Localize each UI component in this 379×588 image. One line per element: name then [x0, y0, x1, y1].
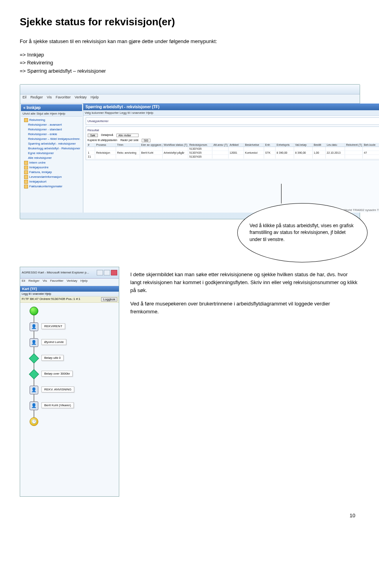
menu-favorites[interactable]: Favoritter [56, 95, 71, 102]
loggbok-button[interactable]: Loggbok [101, 297, 117, 302]
panel-toolbar: Legg til i snarveier Hjelp [20, 292, 119, 296]
grid-row[interactable]: Σ151307435 [87, 155, 379, 159]
grid-cell: 1 [87, 151, 95, 155]
grid-cell [212, 147, 229, 151]
flow-node[interactable]: 👤Berit Koht (Vikarer) [30, 401, 115, 409]
grid-cell: Berit Koht [140, 151, 163, 155]
close-icon[interactable] [111, 270, 117, 275]
grid-header[interactable]: Beh.kode [363, 143, 379, 147]
grid-header[interactable]: Prosess [95, 143, 116, 147]
window-titlebar: AGRESSO Kart - Microsoft Internet Explor… [20, 267, 119, 279]
person-icon: 👤 [30, 338, 38, 346]
grid-header[interactable]: Rekvisisjonsnr. [188, 143, 212, 147]
tree-folder[interactable]: Fakturakonteringsmaler [23, 184, 81, 189]
menu-file[interactable]: Eil [22, 279, 25, 285]
tree-item[interactable]: Alle rekvisisjoner [23, 156, 81, 160]
grid-cell: Σ1 [87, 155, 95, 158]
flow-node[interactable]: Beløp ulik 0 [30, 354, 115, 362]
page-title: Sjekke status for rekvisisjon(er) [20, 16, 359, 28]
tree-item[interactable]: Rekvisisjoner - standard [23, 127, 81, 132]
grid-header[interactable]: Eier av oppgave (T) [140, 143, 163, 147]
flow-node-label: Beløp over 3000kr [41, 371, 73, 377]
grid-cell: 22.10.2013 [326, 151, 345, 155]
grid-cell [116, 155, 140, 158]
clock-icon: 🕐 [30, 417, 38, 425]
grid-header[interactable]: Trinn [116, 143, 140, 147]
minimize-icon[interactable] [97, 270, 103, 275]
tree-item[interactable]: Rekvisisjoner – tildel innkjøpsordrenr. [23, 137, 81, 141]
grid-header[interactable]: # [87, 143, 95, 147]
screenshot-main-window: Eil Rediger Vis Favoritter Verktøy Hjelp… [20, 84, 360, 219]
tree-item[interactable]: Egne rekvisisjoner [23, 151, 81, 156]
detail-level-select[interactable]: Alle nivåer [116, 134, 139, 137]
grid-header[interactable]: Val.beløp [294, 143, 313, 147]
criteria-section-title[interactable]: Utvalgskriterier [87, 119, 379, 124]
menu-file[interactable]: Eil [23, 95, 26, 102]
rows-per-page-value[interactable]: 500 [142, 139, 150, 142]
grid-header[interactable]: Enh [264, 143, 276, 147]
explanation-p1: I dette skjermbildet kan man søke etter … [130, 271, 359, 294]
grid-header[interactable]: Bestilt [313, 143, 326, 147]
grid-cell [244, 155, 264, 158]
nav-tree: Rekvirering Rekvisisjoner - avansert Rek… [21, 117, 82, 190]
main-panel-title: Spørring arbeidsflyt - rekvisisjoner (TF… [83, 104, 379, 110]
grid-cell [326, 155, 345, 158]
menu-tools[interactable]: Verktøy [67, 279, 77, 285]
flow-node[interactable]: 👤Øyvind Lunde [30, 338, 115, 346]
menu-edit[interactable]: Rediger [28, 279, 39, 285]
explanation-p2: Ved å føre musepekeren over brukertrinne… [130, 300, 359, 316]
grid-row[interactable]: 51307435 [87, 147, 379, 151]
tree-folder[interactable]: Innkjøpsordre [23, 165, 81, 170]
grid-header[interactable]: Rekvirent (T) [345, 143, 363, 147]
grid-header-row: # Prosess Trinn Eier av oppgave (T) Work… [87, 143, 379, 147]
tree-item[interactable]: Rekvisisjoner - enkle [23, 132, 81, 137]
grid-row[interactable]: 1RekvisisjonRekv. anvisningBerit KohtArb… [87, 151, 379, 155]
grid-header[interactable]: Workflow status (T) [163, 143, 188, 147]
tree-item[interactable]: Brukerlogg arbeidsflyt - Rekvisisjoner [23, 146, 81, 151]
menu-help[interactable]: Hjelp [90, 95, 99, 102]
grid-header[interactable]: Beskrivelse [244, 143, 264, 147]
grid-cell [95, 155, 116, 158]
sok-button[interactable]: Søk [88, 134, 98, 137]
result-section: Resultat Søk Detaljnivå Alle nivåer Kopi… [86, 126, 379, 160]
criteria-section: Utvalgskriterier [86, 117, 379, 125]
flow-node[interactable]: 🕐 [30, 417, 115, 425]
menu-help[interactable]: Hjelp [81, 279, 88, 285]
menu-tools[interactable]: Verktøy [75, 95, 87, 102]
tree-folder[interactable]: Innkjøpskort [23, 179, 81, 184]
grid-header[interactable]: Enhetspris [276, 143, 294, 147]
info-line: Fi:TF BK:47 Ordrenr:51307435 Pos.:1 #:1 … [20, 296, 119, 303]
grid-cell [95, 147, 116, 151]
info-line-text: Fi:TF BK:47 Ordrenr:51307435 Pos.:1 #:1 [22, 297, 81, 302]
flow-node[interactable]: 👤REKVIRENT [30, 322, 115, 330]
tree-folder[interactable]: Intern ordre [23, 160, 81, 165]
grid-cell [229, 147, 244, 151]
grid-cell: Kontorstol [244, 151, 264, 155]
menu-path-3: => Spørring arbeidsflyt – rekvisisjoner [20, 67, 359, 75]
detail-level-label: Detaljnivå [101, 134, 113, 137]
grid-cell [345, 147, 363, 151]
person-icon: 👤 [30, 322, 38, 330]
menu-favorites[interactable]: Favoritter [50, 279, 64, 285]
menu-view[interactable]: Vis [43, 279, 47, 285]
menu-edit[interactable]: Rediger [30, 95, 43, 102]
copy-clipboard[interactable]: Kopiere til utklippstavlen [88, 139, 118, 142]
tree-item[interactable]: Rekvisisjoner - avansert [23, 122, 81, 127]
flow-node[interactable] [30, 307, 115, 315]
grid-header[interactable]: Att.ansv (T) [212, 143, 229, 147]
maximize-icon[interactable] [104, 270, 110, 275]
grid-header[interactable]: Artikkel [229, 143, 244, 147]
left-nav-toolbar: Utvid alle Skjul alle Hjem Hjelp [21, 111, 82, 117]
menu-view[interactable]: Vis [47, 95, 52, 102]
grid-cell [264, 155, 276, 158]
flow-node[interactable]: Beløp over 3000kr [30, 370, 115, 378]
decision-diamond-icon [30, 370, 38, 378]
intro-paragraph: For å sjekke statusen til en rekvisisjon… [20, 38, 359, 45]
flow-node[interactable]: 👤REKV. ANVISNING [30, 386, 115, 394]
grid-header[interactable]: Lev.dato [326, 143, 345, 147]
tree-folder[interactable]: Leverandørinformasjon [23, 175, 81, 179]
tree-item[interactable]: Spørring arbeidsflyt - rekvisisjoner [23, 141, 81, 146]
tree-root[interactable]: Rekvirering [23, 118, 81, 122]
grid-cell: 8 390,00 [294, 151, 313, 155]
tree-folder[interactable]: Faktura, innkjøp [23, 170, 81, 175]
